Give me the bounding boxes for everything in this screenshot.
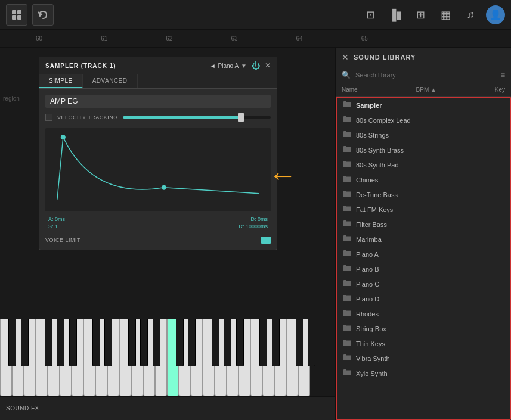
library-item-10[interactable]: Piano A — [337, 247, 510, 262]
library-item-15[interactable]: String Box — [337, 321, 510, 336]
black-key-13[interactable] — [212, 319, 219, 366]
library-item-1[interactable]: 80s Complex Lead — [337, 113, 510, 127]
library-item-13[interactable]: Piano D — [337, 291, 510, 306]
adsr-sr-row: S: 1 R: 10000ms — [45, 222, 271, 231]
library-item-name-0: Sampler — [356, 102, 504, 109]
bars-icon[interactable]: ▐▮ — [386, 5, 405, 24]
black-key-3[interactable] — [45, 319, 52, 366]
search-input[interactable] — [355, 71, 496, 79]
library-item-name-3: 80s Synth Brass — [356, 147, 504, 154]
sound-library: ✕ SOUND LIBRARY 🔍 ≡ Name BPM ▲ Key Sampl… — [335, 48, 511, 420]
col-bpm: BPM ▲ — [416, 86, 436, 93]
library-item-12[interactable]: Piano C — [337, 276, 510, 291]
voice-limit-label: VOICE LIMIT — [45, 237, 80, 243]
voice-limit-indicator[interactable] — [261, 237, 271, 244]
library-item-6[interactable]: De-Tune Bass — [337, 187, 510, 202]
keyboard: .wk { width:20px; height:130px; backgrou… — [0, 319, 334, 396]
library-item-16[interactable]: Thin Keys — [337, 336, 510, 351]
black-key-7[interactable] — [104, 319, 112, 366]
black-key-8[interactable] — [128, 319, 136, 366]
folder-icon-2 — [343, 130, 351, 139]
black-key-5[interactable] — [69, 319, 77, 366]
library-item-7[interactable]: Fat FM Keys — [337, 202, 510, 217]
black-key-9[interactable] — [140, 319, 148, 366]
marker-63: 63 — [231, 35, 237, 42]
close-button[interactable]: ✕ — [265, 61, 271, 70]
library-item-14[interactable]: Rhodes — [337, 306, 510, 321]
library-item-18[interactable]: Xylo Synth — [337, 366, 510, 381]
svg-rect-2 — [12, 15, 16, 20]
tab-advanced[interactable]: ADVANCED — [83, 74, 138, 88]
r-value: 10000ms — [246, 223, 268, 229]
folder-icon-15 — [343, 324, 351, 333]
library-item-name-1: 80s Complex Lead — [356, 117, 504, 124]
folder-icon-16 — [343, 339, 351, 348]
velocity-slider-thumb[interactable] — [238, 113, 244, 122]
velocity-checkbox[interactable] — [45, 114, 52, 121]
library-item-17[interactable]: Vibra Synth — [337, 351, 510, 366]
svg-point-5 — [61, 135, 66, 139]
library-item-3[interactable]: 80s Synth Brass — [337, 142, 510, 157]
keyboard-close[interactable]: ✕ — [0, 214, 1, 224]
library-item-8[interactable]: Filter Bass — [337, 217, 510, 232]
undo-icon[interactable] — [32, 4, 54, 26]
tab-simple[interactable]: SIMPLE — [39, 74, 83, 88]
library-item-name-11: Piano B — [356, 266, 504, 273]
black-key-14[interactable] — [224, 319, 231, 366]
preset-dropdown[interactable]: ▼ — [241, 63, 247, 69]
library-item-name-9: Marimba — [356, 236, 504, 243]
library-item-0[interactable]: Sampler — [337, 98, 510, 113]
toolbar-left — [6, 4, 54, 26]
layout-icon[interactable]: ▦ — [436, 5, 455, 24]
voice-limit-row: VOICE LIMIT — [45, 237, 271, 244]
sampler-body: AMP EG VELOCITY TRACKING — [39, 89, 277, 250]
black-key-15[interactable] — [236, 319, 244, 366]
library-item-4[interactable]: 80s Synth Pad — [337, 157, 510, 172]
library-item-2[interactable]: 80s Strings — [337, 127, 510, 142]
grid2-icon[interactable]: ⊞ — [411, 5, 430, 24]
main-content: region SAMPLER (TRACK 1) ◄ Piano A ▼ ⏻ ✕… — [0, 48, 511, 420]
sound-fx-label: Sound FX — [6, 405, 39, 412]
library-item-9[interactable]: Marimba — [337, 232, 510, 247]
black-key-16[interactable] — [259, 319, 267, 366]
svg-rect-0 — [12, 10, 16, 14]
folder-icon-11 — [343, 265, 351, 273]
folder-icon-10 — [343, 250, 351, 259]
library-item-5[interactable]: Chimes — [337, 172, 510, 187]
marker-60: 60 — [36, 35, 42, 42]
grid-icon[interactable] — [6, 4, 27, 26]
velocity-row: VELOCITY TRACKING — [45, 114, 271, 121]
black-key-12[interactable] — [188, 319, 196, 366]
velocity-label: VELOCITY TRACKING — [57, 114, 118, 120]
black-key-2[interactable] — [21, 319, 29, 366]
library-item-name-8: Filter Bass — [356, 221, 504, 228]
library-title: SOUND LIBRARY — [354, 54, 505, 61]
sampler-titlebar: SAMPLER (TRACK 1) ◄ Piano A ▼ ⏻ ✕ — [39, 57, 277, 74]
monitor-icon[interactable]: ⊡ — [361, 5, 380, 24]
sampler-window: SAMPLER (TRACK 1) ◄ Piano A ▼ ⏻ ✕ SIMPLE… — [39, 57, 277, 250]
black-key-1[interactable] — [8, 319, 16, 366]
adsr-labels: A: 0ms D: 0ms — [45, 216, 271, 222]
avatar[interactable]: 👤 — [486, 5, 505, 24]
toolbar-right: ⊡ ▐▮ ⊞ ▦ ♬ 👤 — [361, 5, 505, 24]
velocity-slider[interactable] — [123, 116, 271, 119]
black-key-6[interactable] — [92, 319, 100, 366]
library-item-name-7: Fat FM Keys — [356, 206, 504, 213]
black-key-18[interactable] — [296, 319, 303, 366]
library-close-icon[interactable]: ✕ — [342, 52, 349, 62]
folder-icon-17 — [343, 354, 351, 363]
filter-icon[interactable]: ≡ — [501, 71, 505, 79]
nav-left-icon[interactable]: ◄ — [210, 63, 216, 69]
power-button[interactable]: ⏻ — [252, 61, 260, 70]
marker-64: 64 — [296, 35, 303, 42]
black-key-4[interactable] — [57, 319, 64, 366]
music-icon[interactable]: ♬ — [461, 5, 480, 24]
library-item-name-12: Piano C — [356, 281, 504, 288]
black-key-19[interactable] — [308, 319, 315, 366]
black-key-11[interactable] — [176, 319, 184, 366]
black-key-10[interactable] — [153, 319, 160, 366]
black-key-17[interactable] — [272, 319, 280, 366]
library-item-11[interactable]: Piano B — [337, 262, 510, 276]
r-label: R: — [239, 223, 244, 229]
svg-point-6 — [162, 185, 166, 190]
